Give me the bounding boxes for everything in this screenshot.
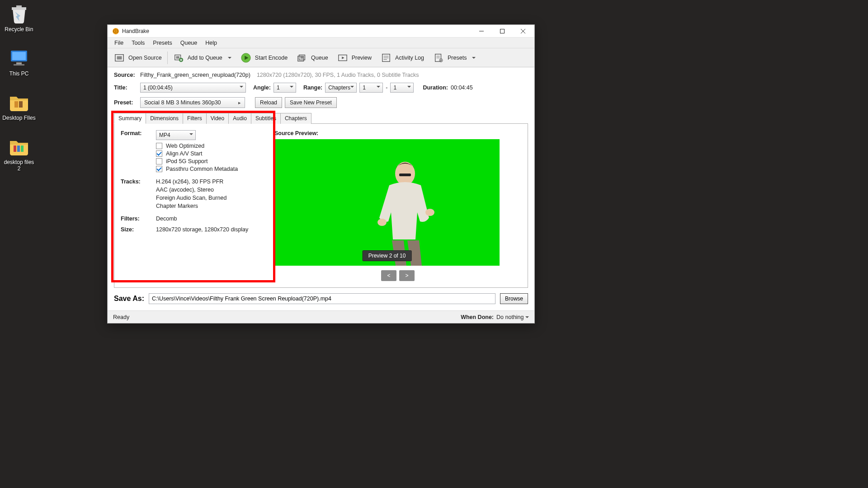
angle-label: Angle:: [253, 84, 271, 91]
checkbox-icon: [156, 158, 162, 164]
desktop-icon-desktop-files-2[interactable]: desktop files 2: [2, 136, 36, 172]
tabstrip: Summary Dimensions Filters Video Audio S…: [114, 113, 528, 124]
menu-tools[interactable]: Tools: [127, 38, 149, 47]
range-to-select[interactable]: 1: [390, 83, 414, 93]
folder-icon: [8, 91, 30, 113]
desktop-icon-this-pc[interactable]: This PC: [2, 47, 36, 77]
tabs-wrapper: Summary Dimensions Filters Video Audio S…: [114, 113, 528, 288]
source-details: 1280x720 (1280x720), 30 FPS, 1 Audio Tra…: [257, 72, 419, 78]
tab-audio[interactable]: Audio: [228, 113, 251, 124]
range-from-select[interactable]: 1: [359, 83, 383, 93]
queue-icon: [297, 52, 307, 63]
preview-badge: Preview 2 of 10: [363, 250, 412, 261]
title-label: Title:: [114, 84, 137, 91]
separator: [167, 52, 168, 64]
svg-rect-42: [399, 174, 411, 176]
save-as-row: Save As: Browse: [108, 288, 534, 310]
tab-subtitles[interactable]: Subtitles: [251, 113, 281, 124]
queue-button[interactable]: Queue: [293, 51, 332, 65]
status-text: Ready: [113, 314, 129, 320]
preview-label: Preview: [352, 55, 372, 61]
angle-select[interactable]: 1: [274, 83, 296, 93]
reload-button[interactable]: Reload: [255, 97, 282, 108]
desktop-icon-label: Recycle Bin: [2, 26, 36, 33]
this-pc-icon: [8, 47, 30, 69]
filters-label: Filters:: [121, 216, 156, 222]
desktop-icon-desktop-files[interactable]: Desktop FIles: [2, 91, 36, 121]
preview-nav: < >: [274, 270, 521, 281]
menu-queue[interactable]: Queue: [176, 38, 202, 47]
menu-presets[interactable]: Presets: [149, 38, 176, 47]
play-icon: [241, 52, 251, 63]
tab-body: Format: MP4 Web Optimized Align A/V Star…: [114, 124, 528, 288]
format-label: Format:: [121, 130, 156, 140]
svg-rect-12: [500, 29, 505, 33]
open-source-button[interactable]: Open Source: [110, 51, 165, 65]
handbrake-app-icon: [112, 28, 119, 35]
activity-log-label: Activity Log: [395, 55, 424, 61]
preview-prev-button[interactable]: <: [381, 270, 396, 281]
preset-select[interactable]: Social 8 MB 3 Minutes 360p30: [140, 97, 245, 108]
add-to-queue-button[interactable]: Add to Queue: [170, 51, 235, 65]
when-done-select[interactable]: Do nothing: [496, 314, 529, 320]
maximize-button[interactable]: [492, 25, 513, 38]
track-item: Chapter Markers: [156, 203, 226, 209]
save-new-preset-button[interactable]: Save New Preset: [285, 97, 337, 108]
close-button[interactable]: [513, 25, 533, 38]
track-item: Foreign Audio Scan, Burned: [156, 195, 226, 201]
svg-rect-28: [300, 56, 303, 58]
preview-next-button[interactable]: >: [399, 270, 415, 281]
preset-row: Preset: Social 8 MB 3 Minutes 360p30 Rel…: [114, 97, 528, 108]
tab-summary[interactable]: Summary: [114, 113, 146, 124]
preview-button[interactable]: Preview: [334, 51, 375, 65]
menu-file[interactable]: File: [110, 38, 127, 47]
svg-marker-30: [342, 56, 344, 59]
title-row: Title: 1 (00:04:45) Angle: 1 Range: Chap…: [114, 83, 528, 93]
svg-rect-7: [17, 145, 20, 152]
size-value: 1280x720 storage, 1280x720 display: [156, 226, 248, 233]
svg-rect-8: [21, 145, 24, 152]
checkbox-icon: [156, 143, 162, 149]
add-to-queue-label: Add to Queue: [188, 55, 222, 61]
start-encode-button[interactable]: Start Encode: [237, 51, 291, 65]
track-item: AAC (avcodec), Stereo: [156, 187, 226, 193]
filters-value: Decomb: [156, 216, 177, 222]
save-as-input[interactable]: [149, 293, 495, 304]
tab-dimensions[interactable]: Dimensions: [146, 113, 183, 124]
source-name: Filthy_Frank_green_screen_reupload(720p): [140, 72, 250, 78]
check-ipod[interactable]: iPod 5G Support: [156, 158, 270, 164]
chevron-down-icon: [228, 57, 231, 61]
menu-help[interactable]: Help: [201, 38, 221, 47]
handbrake-window: HandBrake File Tools Presets Queue Help …: [107, 24, 535, 324]
save-as-label: Save As:: [114, 295, 144, 303]
track-item: H.264 (x264), 30 FPS PFR: [156, 178, 226, 185]
activity-log-button[interactable]: Activity Log: [377, 51, 428, 65]
tab-filters[interactable]: Filters: [183, 113, 207, 124]
range-type-select[interactable]: Chapters: [325, 83, 357, 93]
desktop-icon-label: desktop files 2: [2, 159, 36, 172]
presets-button[interactable]: Presets: [429, 51, 479, 65]
browse-button[interactable]: Browse: [500, 293, 528, 304]
summary-column: Format: MP4 Web Optimized Align A/V Star…: [121, 130, 270, 281]
open-source-icon: [114, 52, 125, 63]
check-passthru[interactable]: Passthru Common Metadata: [156, 166, 270, 172]
format-select[interactable]: MP4: [156, 130, 196, 140]
queue-label: Queue: [311, 55, 328, 61]
status-bar: Ready When Done: Do nothing: [108, 310, 534, 323]
check-web-optimized[interactable]: Web Optimized: [156, 143, 270, 149]
when-done-label: When Done:: [461, 314, 494, 320]
desktop-icon-label: This PC: [2, 70, 36, 77]
minimize-button[interactable]: [471, 25, 492, 38]
svg-point-44: [425, 209, 434, 216]
svg-rect-4: [14, 101, 18, 108]
check-align-av[interactable]: Align A/V Start: [156, 150, 270, 157]
title-select[interactable]: 1 (00:04:45): [140, 83, 246, 93]
svg-rect-10: [115, 28, 117, 34]
tab-video[interactable]: Video: [206, 113, 229, 124]
tracks-label: Tracks:: [121, 178, 156, 209]
range-separator: -: [386, 84, 387, 91]
desktop-icon-recycle-bin[interactable]: Recycle Bin: [2, 3, 36, 33]
titlebar[interactable]: HandBrake: [108, 25, 534, 38]
toolbar: Open Source Add to Queue Start Encode Qu…: [108, 48, 534, 67]
tab-chapters[interactable]: Chapters: [280, 113, 311, 124]
